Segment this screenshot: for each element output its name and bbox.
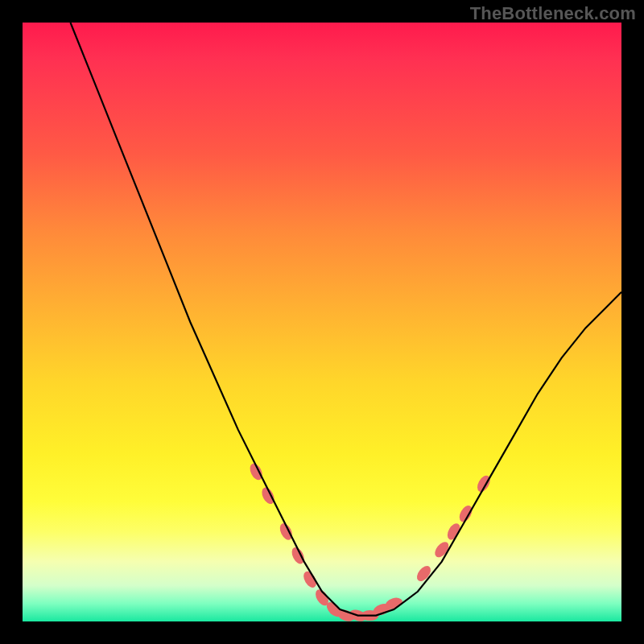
marker-layer	[247, 461, 493, 621]
curve-marker	[415, 564, 434, 584]
chart-svg	[23, 23, 621, 621]
watermark-text: TheBottleneck.com	[470, 3, 636, 24]
chart-frame: TheBottleneck.com	[0, 0, 644, 644]
plot-area	[23, 23, 621, 621]
bottleneck-curve	[71, 23, 622, 616]
